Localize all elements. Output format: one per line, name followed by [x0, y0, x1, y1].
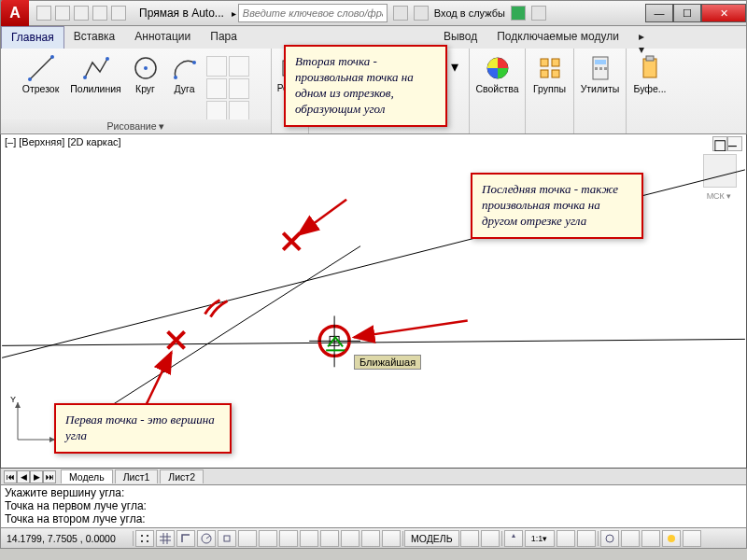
hardware-icon[interactable] — [641, 530, 660, 547]
svg-point-3 — [83, 76, 87, 79]
svg-line-36 — [147, 352, 172, 404]
window-controls: — ☐ ✕ — [645, 4, 746, 22]
annoall-icon[interactable] — [557, 530, 575, 547]
dropdown-icon[interactable]: ▾ — [451, 58, 468, 95]
infocenter-icon[interactable] — [393, 6, 408, 21]
tab-first-icon[interactable]: ⏮ — [4, 470, 17, 483]
maximize-button[interactable]: ☐ — [673, 4, 701, 22]
svg-rect-20 — [643, 59, 656, 77]
region-icon[interactable] — [229, 101, 249, 121]
tab-param[interactable]: Пара — [201, 26, 247, 49]
exchange-icon[interactable] — [511, 6, 526, 21]
help-icon[interactable] — [531, 6, 546, 21]
status-bar: 14.1799, 7.7505 , 0.0000 МОДЕЛЬ 1:1▾ — [0, 528, 747, 549]
login-label[interactable]: Вход в службы — [434, 7, 505, 19]
qat-save-icon[interactable] — [74, 6, 89, 21]
annoscale-text[interactable]: 1:1▾ — [525, 530, 555, 547]
arc-icon — [170, 53, 200, 83]
rect-icon[interactable] — [229, 56, 249, 77]
polyline-button[interactable]: Полилиния — [68, 50, 124, 121]
lwt-icon[interactable] — [320, 530, 339, 547]
circle-button[interactable]: Круг — [128, 50, 163, 121]
search-input[interactable] — [238, 4, 388, 22]
panel-draw-title[interactable]: Рисование ▾ — [1, 119, 271, 133]
tab-next-icon[interactable]: ▶ — [30, 470, 43, 483]
qat-new-icon[interactable] — [36, 6, 51, 21]
osnap-icon[interactable] — [218, 530, 236, 547]
annoauto-icon[interactable] — [577, 530, 596, 547]
svg-rect-17 — [595, 67, 598, 70]
window-title: Прямая в Auto... — [134, 7, 230, 20]
sc-icon[interactable] — [382, 530, 401, 547]
qat-open-icon[interactable] — [55, 6, 70, 21]
tab-annotate[interactable]: Аннотации — [125, 26, 201, 49]
ellipse-icon[interactable] — [206, 78, 227, 99]
ortho-icon[interactable] — [176, 530, 195, 547]
hatch-icon[interactable] — [229, 78, 249, 99]
svg-point-41 — [141, 535, 143, 537]
tab-plugins[interactable]: Подключаемые модули — [487, 26, 629, 49]
title-bar: A Прямая в Auto... ▸ Вход в службы — ☐ ✕ — [0, 0, 747, 26]
model-space-button[interactable]: МОДЕЛЬ — [404, 530, 459, 547]
clean-icon[interactable] — [683, 530, 701, 547]
otrack-icon[interactable] — [259, 530, 277, 547]
lock-icon[interactable] — [621, 530, 640, 547]
utilities-button[interactable]: Утилиты — [577, 50, 624, 94]
annoscale-icon[interactable] — [504, 530, 523, 547]
coordinates[interactable]: 14.1799, 7.7505 , 0.0000 — [1, 533, 132, 544]
grid-icon[interactable] — [156, 530, 175, 547]
tab-prev-icon[interactable]: ◀ — [17, 470, 30, 483]
ducs-icon[interactable] — [279, 530, 298, 547]
app-logo[interactable]: A — [1, 0, 29, 26]
close-button[interactable]: ✕ — [701, 4, 746, 22]
layout-quick-icon[interactable] — [460, 530, 479, 547]
point-icon[interactable] — [206, 101, 227, 121]
svg-rect-16 — [595, 60, 606, 64]
tab-nav: ⏮ ◀ ▶ ⏭ — [1, 470, 59, 483]
svg-point-42 — [147, 535, 148, 537]
tab-home[interactable]: Главная — [1, 26, 64, 49]
utilities-label: Утилиты — [581, 83, 620, 94]
tpy-icon[interactable] — [341, 530, 359, 547]
snap-grid-icon[interactable] — [135, 530, 154, 547]
tab-insert[interactable]: Вставка — [64, 26, 126, 49]
isolate-icon[interactable] — [662, 530, 681, 547]
layout-max-icon[interactable] — [481, 530, 500, 547]
circle-label: Круг — [135, 83, 155, 94]
cmd-line-2: Точка на первом луче угла: — [5, 499, 742, 512]
minimize-button[interactable]: — — [645, 4, 673, 22]
svg-rect-14 — [552, 70, 559, 77]
properties-button[interactable]: Свойства — [474, 50, 521, 94]
svg-text:Y: Y — [10, 395, 16, 404]
qat-undo-icon[interactable] — [92, 6, 107, 21]
workspace-icon[interactable] — [600, 530, 619, 547]
snap-tooltip: Ближайшая — [354, 355, 421, 370]
qp-icon[interactable] — [361, 530, 380, 547]
circle-icon — [131, 53, 161, 83]
callout-point3: Последняя точка - также произвольная точ… — [471, 173, 643, 239]
clipboard-button[interactable]: Буфе... — [627, 50, 673, 94]
qat-redo-icon[interactable] — [111, 6, 126, 21]
polyline-label: Полилиния — [70, 83, 121, 94]
spline-icon[interactable] — [206, 56, 227, 77]
tab-more[interactable]: ▸ ▾ — [629, 26, 655, 49]
quick-access-toolbar — [29, 6, 134, 21]
tab-sheet1[interactable]: Лист1 — [115, 469, 159, 483]
line-button[interactable]: Отрезок — [18, 50, 64, 121]
clipboard-label: Буфе... — [633, 83, 666, 94]
osnap3d-icon[interactable] — [238, 530, 257, 547]
command-line[interactable]: Укажите вершину угла: Точка на первом лу… — [0, 485, 747, 528]
dyn-icon[interactable] — [300, 530, 318, 547]
svg-rect-47 — [224, 536, 230, 541]
panel-properties: Свойства — [470, 49, 526, 133]
tab-last-icon[interactable]: ⏭ — [43, 470, 56, 483]
arc-button[interactable]: Дуга — [167, 50, 203, 121]
tab-sheet2[interactable]: Лист2 — [160, 469, 204, 483]
polar-icon[interactable] — [197, 530, 216, 547]
groups-button[interactable]: Группы — [527, 50, 573, 94]
tab-model[interactable]: Модель — [61, 469, 113, 483]
search-arrow-icon: ▸ — [230, 8, 238, 19]
user-icon[interactable] — [414, 6, 429, 21]
panel-utilities: Утилиты — [574, 49, 627, 133]
properties-label: Свойства — [475, 83, 518, 94]
